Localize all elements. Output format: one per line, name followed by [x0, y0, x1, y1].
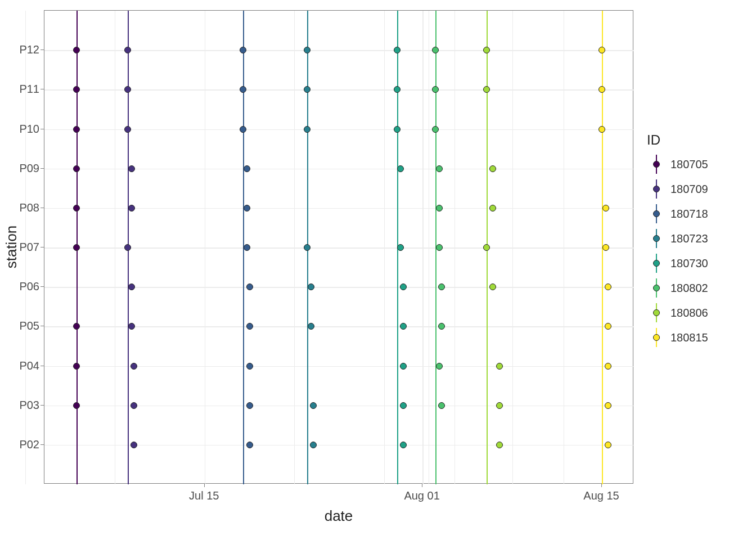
- legend-item: 180802: [647, 278, 708, 298]
- legend-label: 180806: [670, 307, 708, 320]
- y-tick-mark: [40, 208, 44, 208]
- y-tick-label: P06: [17, 280, 39, 293]
- data-point: [432, 126, 439, 133]
- data-point: [130, 363, 137, 370]
- legend-key: [647, 278, 666, 298]
- data-point: [73, 363, 80, 370]
- y-tick-mark: [40, 366, 44, 366]
- data-point: [605, 284, 611, 290]
- data-point: [246, 284, 253, 290]
- x-axis-title: date: [325, 507, 353, 525]
- data-point: [432, 86, 439, 93]
- data-point: [598, 86, 605, 93]
- data-point: [240, 126, 246, 133]
- data-point: [240, 86, 246, 93]
- legend-key: [647, 179, 666, 199]
- legend-key: [647, 303, 666, 322]
- data-point: [128, 165, 135, 172]
- data-point: [400, 323, 407, 330]
- data-point: [438, 323, 445, 330]
- y-tick-mark: [40, 444, 44, 445]
- y-tick-label: P11: [17, 83, 39, 96]
- data-point: [483, 86, 490, 93]
- data-point: [73, 47, 80, 53]
- y-tick-mark: [40, 168, 44, 169]
- data-point: [128, 284, 135, 290]
- data-point: [489, 284, 496, 290]
- legend-key: [647, 328, 666, 347]
- data-point: [246, 363, 253, 370]
- data-point: [483, 244, 490, 251]
- y-tick-mark: [40, 326, 44, 326]
- legend-item: 180705: [647, 155, 708, 174]
- legend-label: 180709: [670, 183, 708, 196]
- legend-label: 180802: [670, 282, 708, 295]
- legend-key: [647, 155, 666, 174]
- legend-label: 180723: [670, 232, 708, 245]
- data-point: [496, 402, 503, 409]
- data-point: [128, 205, 135, 212]
- legend-item: 180806: [647, 303, 708, 322]
- y-tick-mark: [40, 286, 44, 287]
- y-tick-mark: [40, 405, 44, 406]
- data-point: [308, 284, 314, 290]
- data-point: [602, 205, 609, 212]
- legend-key: [647, 204, 666, 223]
- data-point: [400, 442, 407, 448]
- data-point: [246, 442, 253, 448]
- grid-major-horizontal: [44, 89, 634, 91]
- legend-label: 180730: [670, 257, 708, 270]
- data-point: [394, 126, 400, 133]
- data-point: [128, 323, 135, 330]
- data-point: [436, 165, 443, 172]
- data-point: [438, 402, 445, 409]
- legend-item: 180730: [647, 254, 708, 273]
- data-point: [124, 86, 131, 93]
- data-point: [436, 363, 443, 370]
- data-point: [605, 363, 611, 370]
- data-point: [124, 126, 131, 133]
- data-point: [483, 47, 490, 53]
- y-tick-label: P10: [17, 122, 39, 135]
- data-point: [124, 244, 131, 251]
- data-point: [304, 244, 310, 251]
- legend-title: ID: [647, 132, 660, 148]
- data-point: [73, 165, 80, 172]
- data-point: [244, 244, 250, 251]
- grid-major-horizontal: [44, 50, 634, 51]
- data-point: [598, 47, 605, 53]
- data-point: [310, 442, 317, 448]
- data-point: [432, 47, 439, 53]
- data-point: [489, 205, 496, 212]
- legend-key: [647, 229, 666, 248]
- data-point: [496, 442, 503, 448]
- data-point: [308, 323, 314, 330]
- data-point: [400, 363, 407, 370]
- y-tick-mark: [40, 50, 44, 50]
- y-tick-mark: [40, 247, 44, 248]
- legend-item: 180815: [647, 328, 708, 347]
- grid-major-horizontal: [44, 248, 634, 249]
- y-tick-label: P02: [17, 438, 39, 451]
- data-point: [73, 244, 80, 251]
- data-point: [436, 244, 443, 251]
- data-point: [438, 284, 445, 290]
- data-point: [400, 284, 407, 290]
- legend-key: [647, 254, 666, 273]
- x-tick-mark: [422, 484, 422, 487]
- y-tick-label: P07: [17, 241, 39, 254]
- y-tick-label: P04: [17, 359, 39, 372]
- data-point: [394, 86, 400, 93]
- data-point: [73, 402, 80, 409]
- y-tick-label: P09: [17, 161, 39, 174]
- legend-item: 180709: [647, 179, 708, 199]
- data-point: [124, 47, 131, 53]
- y-tick-mark: [40, 89, 44, 89]
- data-point: [397, 165, 404, 172]
- legend-label: 180705: [670, 158, 708, 171]
- legend-item: 180718: [647, 204, 708, 223]
- data-point: [602, 244, 609, 251]
- x-tick-label: Jul 15: [189, 489, 219, 502]
- x-tick-label: Aug 01: [404, 489, 439, 502]
- chart-figure: station date ID 180705180709180718180723…: [0, 0, 756, 540]
